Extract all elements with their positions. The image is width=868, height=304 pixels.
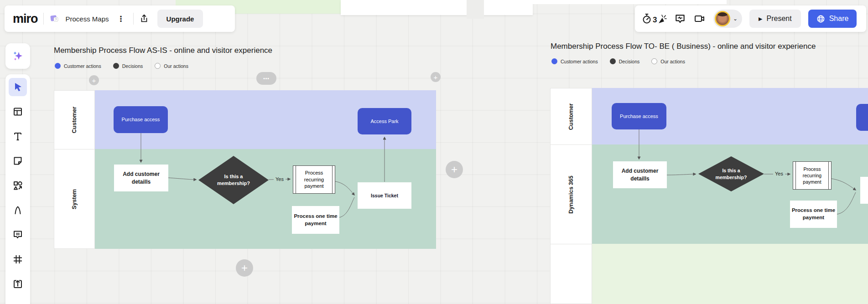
template-card-icon: ? (49, 14, 60, 24)
subprocess-inner: Process recurring payment (795, 162, 829, 189)
swimlane-label-divider (550, 144, 592, 145)
frame-title-as-is[interactable]: Membership Process Flow AS-IS - online a… (54, 46, 272, 55)
legend-item-our-actions: Our actions (155, 63, 188, 69)
text-tool[interactable] (9, 127, 27, 145)
legend-label: Customer actions (561, 59, 598, 64)
chevron-down-icon: ⌄ (733, 15, 738, 22)
shapes-tool[interactable] (9, 176, 27, 195)
toolbar-main-card (5, 74, 30, 304)
subprocess-inner: Process recurring payment (296, 166, 333, 193)
select-tool[interactable] (9, 78, 27, 96)
legend-dot-white (651, 58, 657, 64)
avatar (715, 11, 730, 26)
header-left-card: miro ? Process Maps ⋮ Upgrade (5, 5, 235, 32)
comment-tool[interactable] (9, 226, 27, 244)
toolbar-ai-card (5, 43, 30, 69)
node-access-park[interactable]: Access Park (358, 108, 411, 134)
legend-label: Decisions (619, 59, 640, 64)
add-content-button[interactable]: + (236, 259, 253, 277)
present-button[interactable]: ▶ Present (749, 10, 801, 28)
lane-label-system: System (71, 183, 78, 215)
swimlane-label-divider (550, 244, 592, 244)
legend-item-decisions: Decisions (610, 58, 640, 64)
globe-icon (816, 15, 825, 23)
present-label: Present (767, 15, 792, 23)
node-process-one-time-payment[interactable]: Process one time payment (790, 201, 837, 228)
legend-to-be: Customer actions Decisions Our actions (551, 58, 685, 64)
frame-add-button[interactable]: + (431, 72, 441, 82)
node-process-recurring-payment[interactable]: Process recurring payment (293, 165, 335, 194)
header-right-card: 3 ⌄ ▶ Present Share (635, 5, 866, 32)
board-title[interactable]: Process Maps (66, 15, 109, 23)
legend-dot-blue (55, 63, 61, 69)
node-process-one-time-payment[interactable]: Process one time payment (292, 206, 339, 234)
legend-dot-dark (113, 63, 119, 69)
node-purchase-access[interactable]: Purchase access (612, 103, 666, 129)
swimlane-label-divider (54, 149, 95, 149)
lane-label-customer: Customer (71, 104, 78, 136)
offscreen-frame-white (341, 0, 533, 15)
lane-label-dynamics-365: Dynamics 365 (568, 172, 574, 217)
node-issue-ticket[interactable]: Issue Ticket (358, 182, 411, 209)
comments-icon[interactable] (674, 13, 686, 25)
board-canvas[interactable]: Membership Process Flow AS-IS - online a… (0, 0, 868, 304)
node-process-recurring-payment[interactable]: Process recurring payment (793, 161, 832, 190)
board-menu-kebab[interactable]: ⋮ (114, 13, 128, 25)
sticky-note-tool[interactable] (9, 152, 27, 170)
node-add-customer-details[interactable]: Add customer detaills (114, 165, 168, 191)
add-content-button[interactable]: + (446, 161, 463, 178)
ai-assist-icon[interactable] (9, 47, 27, 65)
node-blue-cutoff[interactable] (856, 104, 868, 131)
svg-text:3: 3 (653, 15, 657, 24)
legend-item-decisions: Decisions (113, 63, 143, 69)
upgrade-button[interactable]: Upgrade (157, 10, 203, 28)
lane-label-customer: Customer (568, 101, 574, 133)
legend-label: Decisions (122, 63, 143, 69)
collaboration-tools-icon[interactable]: 3 (642, 12, 667, 26)
legend-label: Our actions (660, 59, 685, 64)
video-camera-icon[interactable] (693, 13, 706, 24)
node-add-customer-details[interactable]: Add customer detaills (613, 161, 667, 188)
legend-item-customer-actions: Customer actions (551, 58, 598, 64)
connector-label-yes: Yes (274, 176, 286, 182)
legend-item-our-actions: Our actions (651, 58, 685, 64)
offscreen-frame-tab (467, 0, 484, 19)
legend-label: Customer actions (64, 63, 101, 69)
legend-as-is: Customer actions Decisions Our actions (55, 63, 188, 69)
frame-title-to-be[interactable]: Membership Process Flow TO- BE ( Busines… (551, 42, 816, 51)
frame-add-button[interactable]: + (89, 75, 99, 85)
pen-tool[interactable] (9, 201, 27, 219)
legend-dot-white (155, 63, 161, 69)
miro-logo[interactable]: miro (13, 12, 38, 26)
node-purchase-access[interactable]: Purchase access (114, 106, 168, 133)
lane-third-to-be (592, 244, 868, 304)
play-icon: ▶ (759, 16, 762, 22)
offscreen-frame-white-2 (533, 0, 727, 4)
svg-text:?: ? (55, 18, 57, 21)
node-white-cutoff[interactable] (860, 177, 868, 204)
account-menu[interactable]: ⌄ (713, 10, 742, 28)
legend-item-customer-actions: Customer actions (55, 63, 101, 69)
legend-dot-blue (551, 58, 557, 64)
upload-tool[interactable] (9, 275, 27, 293)
export-icon[interactable] (139, 14, 149, 24)
templates-tool[interactable] (9, 103, 27, 121)
divider (43, 13, 44, 25)
share-label: Share (829, 15, 849, 23)
divider (133, 13, 134, 25)
legend-label: Our actions (164, 63, 188, 69)
legend-dot-dark (610, 58, 616, 64)
connector-label-yes: Yes (773, 171, 785, 176)
frame-tool[interactable] (9, 250, 27, 268)
frame-options-button[interactable]: ••• (256, 72, 276, 85)
share-button[interactable]: Share (808, 10, 857, 28)
